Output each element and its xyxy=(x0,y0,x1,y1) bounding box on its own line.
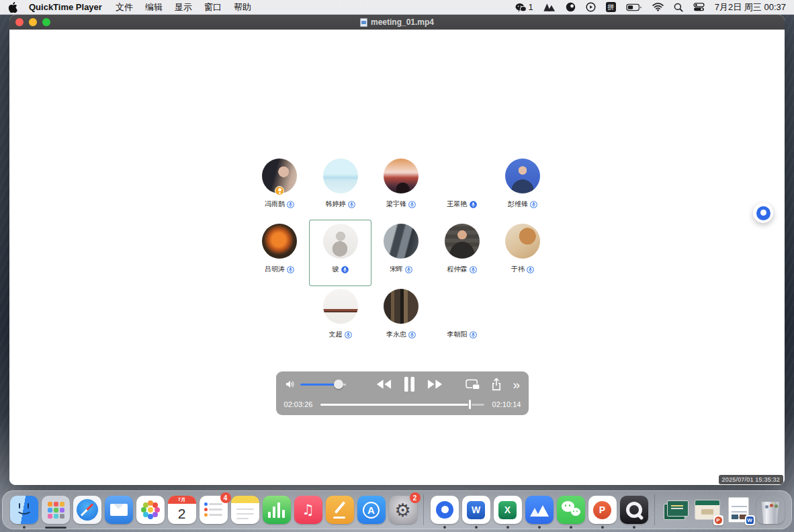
reminders-badge: 4 xyxy=(220,492,231,503)
app-menu-title[interactable]: QuickTime Player xyxy=(29,2,102,12)
participant-name: 韩婷婷 xyxy=(326,200,355,209)
dock-trash-icon[interactable] xyxy=(756,496,785,524)
volume-knob[interactable] xyxy=(334,380,343,389)
control-center-icon[interactable] xyxy=(693,3,705,11)
avatar xyxy=(323,224,358,259)
window-titlebar[interactable]: meeting_01.mp4 xyxy=(9,15,785,30)
total-duration: 02:10:14 xyxy=(490,400,523,408)
video-file-icon xyxy=(360,18,367,27)
current-time: 02:03:26 xyxy=(282,400,314,408)
record-circle-icon[interactable] xyxy=(566,2,576,12)
dock-pages-icon[interactable] xyxy=(326,496,354,524)
running-indicator xyxy=(443,526,446,529)
menu-文件[interactable]: 文件 xyxy=(116,1,133,13)
dock-meeting-icon[interactable] xyxy=(525,496,554,524)
dock-numbers-icon[interactable] xyxy=(263,496,291,524)
word-icon: W xyxy=(462,496,490,524)
more-controls-button[interactable]: » xyxy=(513,378,519,391)
wifi-icon[interactable] xyxy=(652,3,664,11)
dock-powerpoint-icon[interactable]: P xyxy=(588,496,617,524)
launchpad-icon xyxy=(42,496,70,524)
dock-excel-icon[interactable]: X xyxy=(494,496,522,524)
wechat-icon xyxy=(557,496,585,524)
dock-reminders-icon[interactable]: 4 xyxy=(200,496,228,524)
dock-launchpad-icon[interactable] xyxy=(42,496,70,524)
dock-safari-icon[interactable] xyxy=(73,496,101,524)
dock-photos-icon[interactable] xyxy=(136,496,165,524)
dock-settings-icon[interactable]: ⚙2 xyxy=(389,496,417,524)
safari-icon xyxy=(73,496,101,524)
participant-row: 文超 李永忠 李朝阳 xyxy=(249,285,554,351)
participant-吕明涛: 吕明涛 xyxy=(249,220,310,285)
pinyin-ime-icon[interactable]: 拼 xyxy=(606,2,616,12)
participant-name: 李永忠 xyxy=(386,330,416,339)
dock-quark-icon[interactable] xyxy=(431,496,459,524)
dock-min-slides-thumbnail[interactable] xyxy=(662,496,690,524)
finder-icon xyxy=(10,496,38,524)
battery-icon[interactable] xyxy=(626,3,642,11)
menu-list: 文件编辑显示窗口帮助 xyxy=(116,1,263,13)
menu-帮助[interactable]: 帮助 xyxy=(234,1,251,13)
search-icon[interactable] xyxy=(674,3,683,12)
menu-编辑[interactable]: 编辑 xyxy=(145,1,163,13)
wechat-badge-count: 1 xyxy=(529,2,533,12)
menubar-clock[interactable]: 7月2日 周三 00:37 xyxy=(715,1,786,13)
avatar xyxy=(445,224,480,259)
participant-王翠艳: 王翠艳 xyxy=(431,155,492,220)
window-title: meeting_01.mp4 xyxy=(9,17,785,27)
dock-min-ppt-thumbnail[interactable]: P xyxy=(693,496,721,524)
picture-in-picture-button[interactable] xyxy=(466,379,480,390)
dock-word-icon[interactable]: W xyxy=(462,496,490,524)
floating-assistant-button[interactable] xyxy=(753,203,773,223)
mita-mountains-icon[interactable] xyxy=(543,3,556,11)
quark-icon xyxy=(431,496,459,524)
dock-notes-icon[interactable] xyxy=(231,496,259,524)
zoom-button[interactable] xyxy=(42,18,50,26)
dock-music-icon[interactable]: ♫ xyxy=(294,496,322,524)
fast-forward-button[interactable] xyxy=(427,379,443,390)
video-content: 冯雨鹊 韩婷婷 梁宇锋 王翠艳 彭维锋 吕明涛 骏 宋晖 程仲霖 xyxy=(9,30,785,485)
dock-wechat-icon[interactable] xyxy=(557,496,585,524)
mic-icon xyxy=(527,266,534,273)
running-indicator xyxy=(538,526,541,529)
mic-icon xyxy=(287,201,294,208)
notes-icon xyxy=(231,496,259,524)
mic-icon xyxy=(341,266,349,273)
menu-窗口[interactable]: 窗口 xyxy=(204,1,222,13)
menu-显示[interactable]: 显示 xyxy=(175,1,192,13)
close-button[interactable] xyxy=(15,18,24,26)
dock-quicktime-icon[interactable] xyxy=(620,496,648,524)
running-indicator xyxy=(475,526,478,529)
menu-bar: QuickTime Player 文件编辑显示窗口帮助 1 拼 7月2日 周三 xyxy=(0,0,794,15)
dock-appstore-icon[interactable]: A xyxy=(357,496,386,524)
mail-icon xyxy=(105,496,133,524)
dock-min-word-thumbnail[interactable]: W xyxy=(725,496,753,524)
minimize-button[interactable] xyxy=(29,18,37,26)
calendar-day-label: 2 xyxy=(168,504,196,524)
avatar xyxy=(505,224,540,259)
apple-menu-icon[interactable] xyxy=(8,2,18,13)
pause-button[interactable] xyxy=(404,376,415,392)
rewind-button[interactable] xyxy=(376,379,392,390)
volume-control[interactable] xyxy=(285,380,353,389)
mic-icon xyxy=(408,201,416,208)
participant-彭维锋: 彭维锋 xyxy=(492,155,554,220)
participant-row: 吕明涛 骏 宋晖 程仲霖 于祎 xyxy=(249,220,554,285)
traffic-lights xyxy=(15,18,50,26)
dock-finder-icon[interactable] xyxy=(10,496,38,524)
participant-程仲霖: 程仲霖 xyxy=(431,220,492,285)
play-circle-icon[interactable] xyxy=(586,2,596,12)
music-icon: ♫ xyxy=(294,496,322,524)
seek-played xyxy=(320,404,468,406)
seek-playhead[interactable] xyxy=(469,400,471,409)
share-button[interactable] xyxy=(491,378,502,391)
powerpoint-mini-badge-icon: P xyxy=(713,515,723,525)
seek-bar[interactable] xyxy=(320,400,484,409)
volume-track[interactable] xyxy=(300,384,346,386)
photos-icon xyxy=(136,496,165,524)
dock-mail-icon[interactable] xyxy=(105,496,133,524)
dock-calendar-icon[interactable]: 7月2 xyxy=(168,496,196,524)
wechat-status-item[interactable]: 1 xyxy=(515,2,533,12)
running-indicator xyxy=(633,526,635,529)
participant-韩婷婷: 韩婷婷 xyxy=(310,155,371,220)
